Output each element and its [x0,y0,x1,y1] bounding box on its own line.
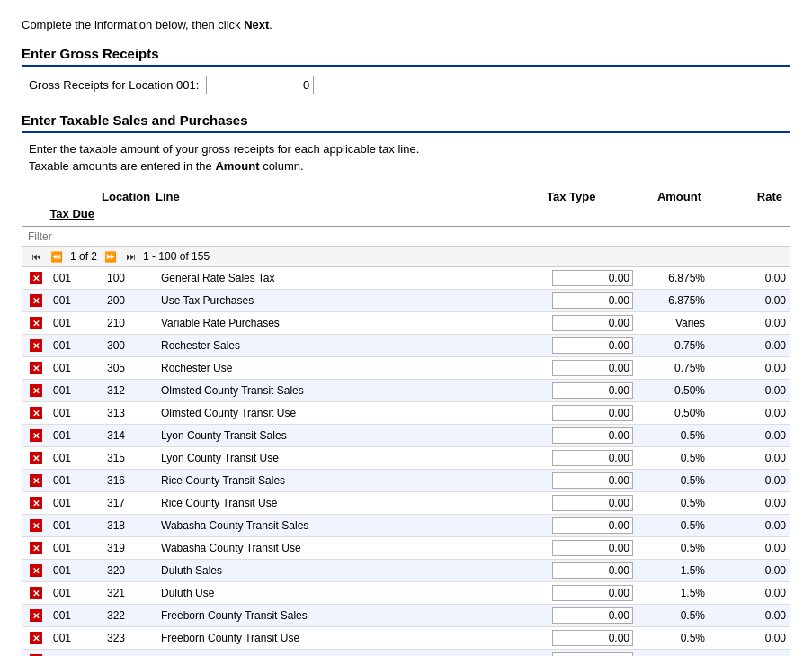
amount-input[interactable] [552,427,633,444]
amount-input[interactable] [552,540,633,556]
row-amount[interactable] [547,267,637,289]
row-delete-icon[interactable]: ✕ [22,337,49,355]
row-delete-icon[interactable]: ✕ [22,629,49,648]
prev-page-button[interactable]: ⏪ [49,251,65,263]
filter-input[interactable] [28,230,208,243]
row-taxtype: Lyon County Transit Sales [157,427,547,445]
row-delete-icon[interactable]: ✕ [22,539,49,558]
row-delete-icon[interactable]: ✕ [22,584,49,603]
taxable-desc: Enter the taxable amount of your gross r… [29,142,790,156]
row-location: 001 [49,292,103,310]
delete-icon[interactable]: ✕ [30,542,42,554]
row-taxdue: 0.00 [709,292,790,310]
amount-input[interactable] [552,585,633,601]
table-row: ✕ 001 300 Rochester Sales 0.75% 0.00 [22,335,790,357]
delete-icon[interactable]: ✕ [30,317,42,329]
header-spacer [26,188,98,205]
row-rate: 0.5% [637,629,709,647]
row-amount[interactable] [547,582,637,604]
delete-icon[interactable]: ✕ [30,609,42,622]
delete-icon[interactable]: ✕ [30,362,42,374]
first-page-button[interactable]: ⏮ [30,251,43,262]
row-delete-icon[interactable]: ✕ [22,404,49,423]
amount-input[interactable] [552,472,633,489]
delete-icon[interactable]: ✕ [30,474,42,487]
table-row: ✕ 001 315 Lyon County Transit Use 0.5% 0… [22,447,790,470]
amount-input[interactable] [552,517,633,534]
delete-icon[interactable]: ✕ [30,497,42,509]
taxable-sales-title: Enter Taxable Sales and Purchases [22,112,790,133]
row-amount[interactable] [547,312,637,334]
amount-input[interactable] [552,630,633,646]
delete-icon[interactable]: ✕ [30,564,42,577]
amount-input[interactable] [552,607,633,624]
delete-icon[interactable]: ✕ [30,407,42,419]
row-taxdue: 0.00 [709,449,790,467]
row-delete-icon[interactable]: ✕ [22,449,49,468]
next-page-button[interactable]: ⏩ [103,251,119,263]
amount-input[interactable] [552,360,633,376]
row-location: 001 [49,382,103,400]
row-delete-icon[interactable]: ✕ [22,314,49,333]
table-row: ✕ 001 323 Freeborn County Transit Use 0.… [22,627,790,650]
row-amount[interactable] [547,290,637,311]
row-location: 001 [49,337,103,355]
amount-input[interactable] [552,337,633,354]
row-amount[interactable] [547,492,637,514]
amount-input[interactable] [552,382,633,399]
delete-icon[interactable]: ✕ [30,519,42,532]
row-delete-icon[interactable]: ✕ [22,292,49,310]
row-amount[interactable] [547,560,637,581]
row-location: 001 [49,472,103,490]
delete-icon[interactable]: ✕ [30,339,42,352]
delete-icon[interactable]: ✕ [30,632,42,644]
row-amount[interactable] [547,537,637,559]
gross-receipts-input[interactable] [206,76,314,94]
row-amount[interactable] [547,380,637,401]
row-amount[interactable] [547,605,637,626]
row-amount[interactable] [547,627,637,649]
filter-row[interactable] [22,227,790,247]
amount-input[interactable] [552,315,633,331]
row-amount[interactable] [547,402,637,424]
row-delete-icon[interactable]: ✕ [22,359,49,378]
delete-icon[interactable]: ✕ [30,587,42,599]
table-row: ✕ 001 317 Rice County Transit Use 0.5% 0… [22,492,790,515]
row-amount[interactable] [547,650,637,656]
amount-input[interactable] [552,562,633,579]
amount-input[interactable] [552,405,633,421]
row-amount[interactable] [547,425,637,446]
row-line: 314 [103,427,157,445]
delete-icon[interactable]: ✕ [30,452,42,464]
last-page-button[interactable]: ⏭ [124,251,138,262]
row-delete-icon[interactable]: ✕ [22,517,49,535]
row-rate: 6.875% [637,292,709,310]
row-taxtype: Olmsted County Transit Use [157,404,547,422]
amount-input[interactable] [552,495,633,511]
row-amount[interactable] [547,470,637,491]
row-delete-icon[interactable]: ✕ [22,494,49,513]
amount-input[interactable] [552,450,633,466]
delete-icon[interactable]: ✕ [30,429,42,442]
row-amount[interactable] [547,515,637,536]
row-amount[interactable] [547,335,637,356]
row-delete-icon[interactable]: ✕ [22,269,49,288]
row-rate: 0.5% [637,652,709,656]
row-delete-icon[interactable]: ✕ [22,607,49,625]
row-delete-icon[interactable]: ✕ [22,472,49,490]
row-amount[interactable] [547,447,637,469]
amount-input[interactable] [552,652,633,656]
row-amount[interactable] [547,357,637,379]
amount-input[interactable] [552,292,633,309]
delete-icon[interactable]: ✕ [30,294,42,307]
row-delete-icon[interactable]: ✕ [22,562,49,580]
delete-icon[interactable]: ✕ [30,272,42,284]
row-delete-icon[interactable]: ✕ [22,652,49,656]
row-delete-icon[interactable]: ✕ [22,382,49,400]
table-row: ✕ 001 314 Lyon County Transit Sales 0.5%… [22,425,790,447]
row-delete-icon[interactable]: ✕ [22,427,49,445]
row-taxtype: Olmsted County Transit Sales [157,382,547,400]
row-rate: 0.5% [637,449,709,467]
delete-icon[interactable]: ✕ [30,384,42,397]
amount-input[interactable] [552,270,633,286]
